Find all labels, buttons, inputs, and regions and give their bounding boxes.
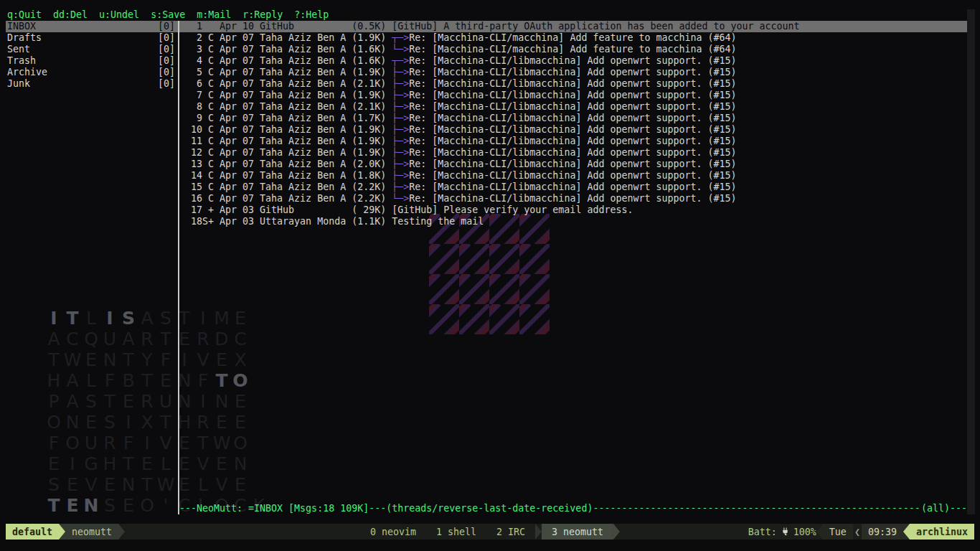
tmux-status-bar: default neomutt 0 neovim1 shell2 IRC3 ne…	[6, 524, 974, 540]
status-line-left: ---NeoMutt: =INBOX [Msgs:18 109K]---(thr…	[179, 503, 593, 514]
mail-row-10[interactable]: 10 C Apr 07 Taha Aziz Ben A (1.9K) ├─>Re…	[179, 124, 967, 136]
tmux-pane-title: neomutt	[72, 527, 112, 537]
powerline-arrow-icon	[903, 524, 910, 540]
mail-row-11[interactable]: 11 C Apr 07 Taha Aziz Ben A (1.9K) ├─>Re…	[179, 136, 967, 147]
mail-row-3[interactable]: 3 C Apr 07 Taha Aziz Ben A (1.6K) └─>Re:…	[179, 44, 967, 55]
mail-row-6[interactable]: 6 C Apr 07 Taha Aziz Ben A (2.1K) ├─>Re:…	[179, 78, 967, 90]
mail-row-9[interactable]: 9 C Apr 07 Taha Aziz Ben A (1.7K) ├─>Re:…	[179, 113, 967, 124]
tmux-session-segment[interactable]: default	[6, 524, 59, 540]
sidebar-mailbox-drafts[interactable]: Drafts[0]	[6, 32, 178, 44]
powerline-arrow-icon	[59, 524, 65, 540]
mailbox-sidebar: INBOX[0]Drafts[0]Sent[0]Trash[0]Archive[…	[6, 21, 178, 514]
mail-row-17[interactable]: 17 + Apr 03 GitHub ( 29K) [GitHub] Pleas…	[179, 204, 967, 216]
mail-row-2[interactable]: 2 C Apr 07 Taha Aziz Ben A (1.9K) ┬─>Re:…	[179, 32, 967, 44]
tmux-window-neovim[interactable]: 0 neovim	[360, 524, 426, 540]
powerline-arrow-icon	[118, 524, 125, 540]
tmux-time-segment: 09:39	[862, 524, 903, 540]
neomutt-terminal: q:Quit dd:Del u:Undel s:Save m:Mail r:Re…	[6, 9, 967, 514]
sidebar-mailbox-junk[interactable]: Junk[0]	[6, 78, 178, 90]
mail-index-pane: 1 Apr 10 GitHub (0.5K) [GitHub] A third-…	[179, 21, 967, 514]
terminal-right-edge	[967, 9, 975, 514]
mail-row-1[interactable]: 1 Apr 10 GitHub (0.5K) [GitHub] A third-…	[179, 21, 967, 32]
tmux-pane-title-segment: neomutt	[65, 524, 118, 540]
mail-row-4[interactable]: 4 C Apr 07 Taha Aziz Ben A (1.6K) ┬─>Re:…	[179, 55, 967, 67]
status-line-right: (all)---	[921, 503, 967, 514]
tmux-window-list: 0 neovim1 shell2 IRC3 neomutt	[360, 524, 620, 540]
day-of-week: Tue	[829, 527, 847, 537]
sidebar-mailbox-inbox[interactable]: INBOX[0]	[6, 21, 178, 32]
mail-list-empty-space	[179, 227, 967, 503]
powerline-arrow-icon	[613, 524, 620, 540]
tmux-day-segment: Tue	[823, 524, 853, 540]
battery-percentage: 100%	[793, 524, 816, 540]
sidebar-mailbox-sent[interactable]: Sent[0]	[6, 44, 178, 55]
mail-row-13[interactable]: 13 C Apr 07 Taha Aziz Ben A (2.0K) ├─>Re…	[179, 159, 967, 170]
mail-row-16[interactable]: 16 C Apr 07 Taha Aziz Ben A (2.2K) └─>Re…	[179, 193, 967, 204]
mail-row-14[interactable]: 14 C Apr 07 Taha Aziz Ben A (1.8K) ├─>Re…	[179, 170, 967, 182]
tmux-window-IRC[interactable]: 2 IRC	[486, 524, 535, 540]
sidebar-mailbox-archive[interactable]: Archive[0]	[6, 67, 178, 78]
mail-row-7[interactable]: 7 C Apr 07 Taha Aziz Ben A (1.9K) ├─>Re:…	[179, 90, 967, 101]
battery-label: Batt:	[748, 524, 777, 540]
tmux-window-active[interactable]: 3 neomutt	[542, 524, 613, 540]
mail-row-5[interactable]: 5 C Apr 07 Taha Aziz Ben A (1.9K) ├─>Re:…	[179, 67, 967, 78]
chevron-left-icon: ❮	[853, 524, 862, 540]
status-line-fill: ----------------------------------------…	[593, 503, 921, 514]
tmux-right-status: Batt: 100% Tue ❮ 09:39 archlinux	[748, 524, 974, 540]
powerline-arrow-icon	[535, 524, 542, 540]
mail-row-12[interactable]: 12 C Apr 07 Taha Aziz Ben A (1.9K) ├─>Re…	[179, 147, 967, 159]
neomutt-help-bar: q:Quit dd:Del u:Undel s:Save m:Mail r:Re…	[6, 9, 967, 21]
mail-row-18[interactable]: 18S+ Apr 03 Uttarayan Monda (1.1K) Testi…	[179, 216, 967, 227]
tmux-hostname-segment: archlinux	[910, 524, 974, 540]
mail-row-8[interactable]: 8 C Apr 07 Taha Aziz Ben A (2.1K) ├─>Re:…	[179, 101, 967, 113]
tmux-session-name: default	[12, 527, 52, 537]
powerline-arrow-icon	[816, 524, 823, 540]
neomutt-status-line: ---NeoMutt: =INBOX [Msgs:18 109K]---(thr…	[179, 503, 967, 514]
mail-row-15[interactable]: 15 C Apr 07 Taha Aziz Ben A (2.2K) ├─>Re…	[179, 182, 967, 193]
hostname: archlinux	[916, 527, 968, 537]
power-plug-icon	[777, 524, 793, 540]
screen-bottom-margin	[0, 540, 980, 551]
tmux-window-shell[interactable]: 1 shell	[426, 524, 486, 540]
clock-time: 09:39	[868, 527, 897, 537]
sidebar-mailbox-trash[interactable]: Trash[0]	[6, 55, 178, 67]
